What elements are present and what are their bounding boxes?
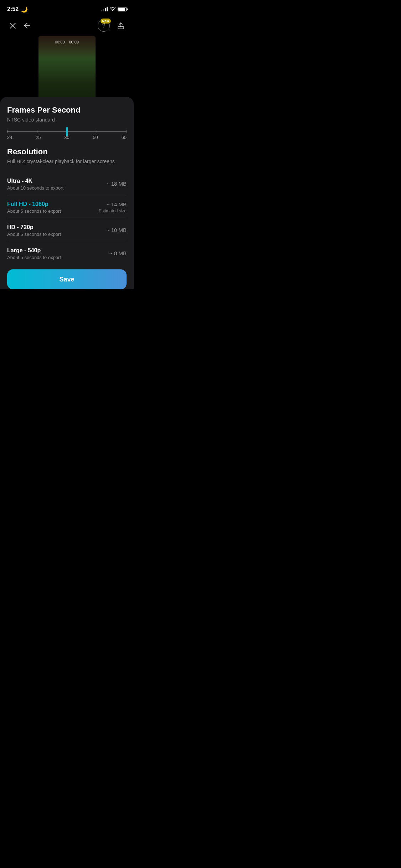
fps-subtitle: NTSC video standard bbox=[7, 117, 127, 123]
res-size-1080p: ~ 14 MB bbox=[99, 201, 127, 207]
status-time: 2:52 🌙 bbox=[7, 6, 28, 13]
fps-label-24: 24 bbox=[7, 135, 12, 140]
video-timecodes: 00:00 00:09 bbox=[38, 40, 96, 44]
time-display: 2:52 bbox=[7, 6, 19, 12]
res-name-1080p: Full HD - 1080p bbox=[7, 201, 61, 207]
top-right-buttons: ? New bbox=[97, 19, 128, 33]
fps-section: Frames Per Second NTSC video standard 24… bbox=[7, 105, 127, 140]
wifi-icon bbox=[110, 7, 115, 12]
resolution-item-540p[interactable]: Large - 540p About 5 seconds to export ~… bbox=[7, 242, 127, 265]
fps-label-25: 25 bbox=[36, 135, 41, 140]
fps-label-60: 60 bbox=[122, 135, 127, 140]
fps-slider-container[interactable]: 24 25 30 50 60 bbox=[7, 131, 127, 140]
back-button[interactable] bbox=[20, 19, 34, 33]
res-name-720p: HD - 720p bbox=[7, 224, 61, 231]
status-icons bbox=[101, 7, 127, 12]
share-button[interactable] bbox=[114, 19, 128, 33]
res-size-720p: ~ 10 MB bbox=[107, 227, 127, 233]
moon-icon: 🌙 bbox=[21, 6, 28, 13]
battery-icon bbox=[118, 7, 127, 11]
resolution-item-4k[interactable]: Ultra - 4K About 10 seconds to export ~ … bbox=[7, 173, 127, 196]
timecode-start: 00:00 bbox=[55, 40, 65, 44]
slider-track[interactable] bbox=[7, 131, 127, 132]
close-button[interactable] bbox=[6, 19, 20, 33]
resolution-item-1080p[interactable]: Full HD - 1080p About 5 seconds to expor… bbox=[7, 196, 127, 219]
status-bar: 2:52 🌙 bbox=[0, 0, 134, 16]
res-size-4k: ~ 18 MB bbox=[107, 181, 127, 187]
save-btn-container: Save bbox=[7, 265, 127, 289]
new-badge: New bbox=[101, 19, 111, 24]
resolution-list: Ultra - 4K About 10 seconds to export ~ … bbox=[7, 173, 127, 265]
res-name-540p: Large - 540p bbox=[7, 247, 61, 254]
slider-thumb[interactable] bbox=[66, 127, 68, 136]
fps-title: Frames Per Second bbox=[7, 105, 127, 115]
res-size-540p: ~ 8 MB bbox=[109, 250, 127, 256]
res-size-label-1080p: Estimated size bbox=[99, 208, 127, 213]
help-button[interactable]: ? New bbox=[97, 19, 111, 33]
timecode-end: 00:09 bbox=[69, 40, 79, 44]
res-time-4k: About 10 seconds to export bbox=[7, 185, 63, 191]
resolution-title: Resolution bbox=[7, 147, 127, 156]
resolution-item-720p[interactable]: HD - 720p About 5 seconds to export ~ 10… bbox=[7, 219, 127, 242]
fps-label-50: 50 bbox=[93, 135, 98, 140]
res-time-540p: About 5 seconds to export bbox=[7, 255, 61, 260]
bottom-panel: Frames Per Second NTSC video standard 24… bbox=[0, 97, 134, 289]
res-time-1080p: About 5 seconds to export bbox=[7, 208, 61, 214]
signal-icon bbox=[101, 7, 108, 11]
res-time-720p: About 5 seconds to export bbox=[7, 232, 61, 237]
resolution-subtitle: Full HD: crystal-clear playback for larg… bbox=[7, 159, 127, 164]
res-name-4k: Ultra - 4K bbox=[7, 178, 63, 184]
resolution-section: Resolution Full HD: crystal-clear playba… bbox=[7, 147, 127, 289]
top-bar: ? New bbox=[0, 16, 134, 36]
save-button[interactable]: Save bbox=[7, 269, 127, 289]
